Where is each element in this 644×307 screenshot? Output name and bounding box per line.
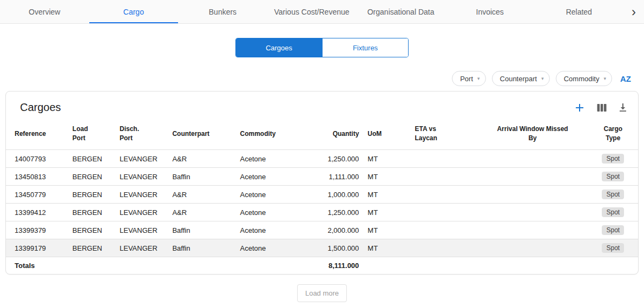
chevron-right-icon[interactable]: ›	[623, 0, 644, 23]
table-row[interactable]: 14007793BERGENLEVANGERA&RAcetone1,250.00…	[6, 150, 638, 168]
table-row[interactable]: 13399412BERGENLEVANGERA&RAcetone1,250.00…	[6, 204, 638, 221]
plus-icon	[574, 102, 585, 113]
cell-eta-vs-laycan	[410, 221, 477, 239]
totals-row: Totals8,111.000	[6, 257, 638, 275]
tab-bunkers[interactable]: Bunkers	[178, 0, 267, 23]
cell-load-port: BERGEN	[68, 186, 115, 204]
table-row[interactable]: 13399379BERGENLEVANGERBaffinAcetone2,000…	[6, 221, 638, 239]
cell-cargo-type: Spot	[588, 150, 638, 168]
cargo-type-badge: Spot	[602, 172, 624, 181]
cell-cargo-type: Spot	[588, 168, 638, 186]
filter-chip-counterpart[interactable]: Counterpart▾	[492, 71, 550, 86]
filter-chip-commodity[interactable]: Commodity▾	[556, 71, 612, 86]
cell-load-port: BERGEN	[68, 150, 115, 168]
cell-cargo-type: Spot	[588, 221, 638, 239]
cell-reference: 14007793	[6, 150, 68, 168]
cell-arrival-window-missed-by	[477, 204, 588, 221]
toggle-cargoes[interactable]: Cargoes	[236, 38, 322, 57]
cell-quantity: 1,111.000	[311, 168, 363, 186]
cell-counterpart: Baffin	[168, 239, 235, 257]
cell-eta-vs-laycan	[410, 204, 477, 221]
totals-empty-cell	[363, 257, 410, 275]
totals-quantity: 8,111.000	[311, 257, 363, 275]
card-actions	[574, 102, 627, 113]
columns-button[interactable]	[597, 103, 607, 112]
filter-bar: Port▾Counterpart▾Commodity▾ AZ	[0, 70, 631, 87]
cell-disch-port: LEVANGER	[115, 204, 168, 221]
cell-uom: MT	[363, 150, 410, 168]
cell-eta-vs-laycan	[410, 239, 477, 257]
cell-eta-vs-laycan	[410, 168, 477, 186]
totals-empty-cell	[115, 257, 168, 275]
cell-counterpart: Baffin	[168, 221, 235, 239]
cell-commodity: Acetone	[236, 168, 311, 186]
add-cargo-button[interactable]	[574, 102, 585, 113]
filter-chip-port[interactable]: Port▾	[452, 71, 485, 86]
cell-disch-port: LEVANGER	[115, 239, 168, 257]
cell-uom: MT	[363, 186, 410, 204]
table-row[interactable]: 13450813BERGENLEVANGERBaffinAcetone1,111…	[6, 168, 638, 186]
tab-various-cost-revenue[interactable]: Various Cost/Revenue	[267, 0, 357, 23]
card-title: Cargoes	[20, 101, 61, 114]
cell-counterpart: A&R	[168, 204, 235, 221]
table-header-row: ReferenceLoadPortDisch.PortCounterpartCo…	[6, 120, 638, 150]
cell-arrival-window-missed-by	[477, 239, 588, 257]
chevron-down-icon: ▾	[477, 76, 480, 81]
cell-quantity: 1,500.000	[311, 239, 363, 257]
cell-arrival-window-missed-by	[477, 150, 588, 168]
top-navigation: OverviewCargoBunkersVarious Cost/Revenue…	[0, 0, 644, 24]
filter-chip-label: Commodity	[564, 75, 600, 83]
cell-uom: MT	[363, 204, 410, 221]
cell-disch-port: LEVANGER	[115, 150, 168, 168]
cargo-type-badge: Spot	[602, 190, 624, 199]
column-header-eta-vs-laycan: ETA vsLaycan	[410, 120, 477, 150]
column-header-counterpart: Counterpart	[168, 120, 235, 150]
tab-organisational-data[interactable]: Organisational Data	[356, 0, 445, 23]
cargoes-fixtures-toggle: CargoesFixtures	[235, 38, 409, 57]
toggle-fixtures[interactable]: Fixtures	[322, 38, 408, 57]
load-more-wrap: Load more	[0, 284, 644, 302]
cargoes-table: ReferenceLoadPortDisch.PortCounterpartCo…	[6, 120, 638, 274]
totals-empty-cell	[588, 257, 638, 275]
cell-reference: 13450779	[6, 186, 68, 204]
tab-overview[interactable]: Overview	[0, 0, 89, 23]
tab-cargo[interactable]: Cargo	[89, 0, 179, 23]
nav-tabs: OverviewCargoBunkersVarious Cost/Revenue…	[0, 0, 623, 23]
cell-counterpart: Baffin	[168, 168, 235, 186]
cell-reference: 13399412	[6, 204, 68, 221]
cargo-type-badge: Spot	[602, 225, 624, 235]
column-header-disch-port: Disch.Port	[115, 120, 168, 150]
cell-cargo-type: Spot	[588, 204, 638, 221]
cell-uom: MT	[363, 221, 410, 239]
column-header-commodity: Commodity	[236, 120, 311, 150]
totals-empty-cell	[477, 257, 588, 275]
cell-disch-port: LEVANGER	[115, 168, 168, 186]
table-row[interactable]: 13450779BERGENLEVANGERA&RAcetone1,000.00…	[6, 186, 638, 204]
totals-empty-cell	[410, 257, 477, 275]
load-more-button[interactable]: Load more	[297, 284, 347, 302]
cell-uom: MT	[363, 239, 410, 257]
sort-alphabetical-icon[interactable]: AZ	[620, 74, 631, 83]
download-button[interactable]	[619, 103, 627, 112]
cell-commodity: Acetone	[236, 186, 311, 204]
cell-commodity: Acetone	[236, 150, 311, 168]
cell-quantity: 1,000.000	[311, 186, 363, 204]
cell-load-port: BERGEN	[68, 239, 115, 257]
cell-reference: 13399379	[6, 221, 68, 239]
view-toggle-wrap: CargoesFixtures	[0, 38, 644, 57]
cell-counterpart: A&R	[168, 186, 235, 204]
download-icon	[619, 103, 627, 112]
totals-label: Totals	[6, 257, 68, 275]
cargo-type-badge: Spot	[602, 154, 624, 164]
tab-related[interactable]: Related	[534, 0, 623, 23]
column-header-cargo-type: CargoType	[588, 120, 638, 150]
cell-cargo-type: Spot	[588, 186, 638, 204]
table-row[interactable]: 13399179BERGENLEVANGERBaffinAcetone1,500…	[6, 239, 638, 257]
cell-arrival-window-missed-by	[477, 221, 588, 239]
column-header-arrival-window-missed-by: Arrival Window MissedBy	[477, 120, 588, 150]
cell-disch-port: LEVANGER	[115, 186, 168, 204]
column-header-uom: UoM	[363, 120, 410, 150]
tab-invoices[interactable]: Invoices	[445, 0, 535, 23]
cell-cargo-type: Spot	[588, 239, 638, 257]
cell-uom: MT	[363, 168, 410, 186]
